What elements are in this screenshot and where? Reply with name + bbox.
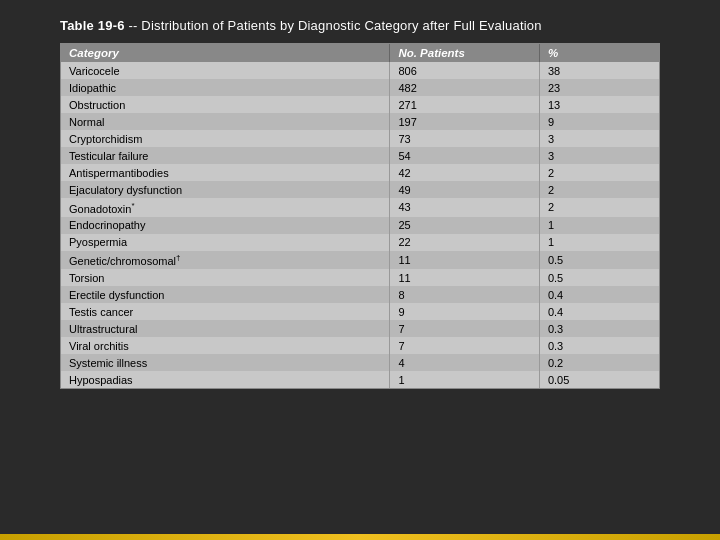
table-row: Genetic/chromosomal†110.5 [61, 251, 659, 270]
table-row: Antispermantibodies422 [61, 164, 659, 181]
cell-percent: 0.3 [539, 337, 659, 354]
cell-category: Ejaculatory dysfunction [61, 181, 390, 198]
table-row: Viral orchitis70.3 [61, 337, 659, 354]
cell-category: Systemic illness [61, 354, 390, 371]
cell-category: Varicocele [61, 62, 390, 79]
cell-percent: 2 [539, 198, 659, 217]
cell-category: Endocrinopathy [61, 217, 390, 234]
cell-percent: 0.4 [539, 286, 659, 303]
cell-percent: 1 [539, 234, 659, 251]
gold-bar [0, 534, 720, 540]
data-table: Category No. Patients % Varicocele80638I… [61, 44, 659, 388]
table-title: Table 19-6 -- Distribution of Patients b… [0, 0, 720, 43]
table-row: Varicocele80638 [61, 62, 659, 79]
cell-percent: 23 [539, 79, 659, 96]
cell-patients: 22 [390, 234, 540, 251]
cell-category: Testis cancer [61, 303, 390, 320]
cell-percent: 3 [539, 147, 659, 164]
cell-percent: 1 [539, 217, 659, 234]
table-row: Hypospadias10.05 [61, 371, 659, 388]
table-row: Testicular failure543 [61, 147, 659, 164]
cell-patients: 9 [390, 303, 540, 320]
cell-patients: 7 [390, 320, 540, 337]
cell-patients: 806 [390, 62, 540, 79]
cell-patients: 8 [390, 286, 540, 303]
cell-patients: 25 [390, 217, 540, 234]
header-patients: No. Patients [390, 44, 540, 62]
cell-patients: 1 [390, 371, 540, 388]
cell-category: Normal [61, 113, 390, 130]
cell-patients: 4 [390, 354, 540, 371]
cell-percent: 0.05 [539, 371, 659, 388]
cell-category: Testicular failure [61, 147, 390, 164]
header-percent: % [539, 44, 659, 62]
cell-percent: 9 [539, 113, 659, 130]
cell-category: Viral orchitis [61, 337, 390, 354]
header-category: Category [61, 44, 390, 62]
table-number: Table 19-6 [60, 18, 125, 33]
cell-percent: 0.2 [539, 354, 659, 371]
cell-category: Antispermantibodies [61, 164, 390, 181]
cell-category: Gonadotoxin* [61, 198, 390, 217]
cell-patients: 7 [390, 337, 540, 354]
cell-percent: 38 [539, 62, 659, 79]
cell-patients: 73 [390, 130, 540, 147]
cell-percent: 2 [539, 164, 659, 181]
cell-percent: 2 [539, 181, 659, 198]
cell-category: Hypospadias [61, 371, 390, 388]
cell-patients: 11 [390, 269, 540, 286]
cell-patients: 11 [390, 251, 540, 270]
cell-patients: 43 [390, 198, 540, 217]
cell-patients: 197 [390, 113, 540, 130]
cell-category: Torsion [61, 269, 390, 286]
cell-category: Idiopathic [61, 79, 390, 96]
cell-patients: 271 [390, 96, 540, 113]
cell-category: Genetic/chromosomal† [61, 251, 390, 270]
cell-category: Pyospermia [61, 234, 390, 251]
page: Table 19-6 -- Distribution of Patients b… [0, 0, 720, 540]
cell-category: Obstruction [61, 96, 390, 113]
cell-percent: 3 [539, 130, 659, 147]
cell-patients: 482 [390, 79, 540, 96]
table-row: Normal1979 [61, 113, 659, 130]
table-row: Gonadotoxin*432 [61, 198, 659, 217]
table-description: -- Distribution of Patients by Diagnosti… [128, 18, 541, 33]
cell-category: Cryptorchidism [61, 130, 390, 147]
cell-patients: 54 [390, 147, 540, 164]
cell-percent: 0.3 [539, 320, 659, 337]
table-row: Ultrastructural70.3 [61, 320, 659, 337]
cell-patients: 42 [390, 164, 540, 181]
table-row: Pyospermia221 [61, 234, 659, 251]
cell-percent: 0.5 [539, 251, 659, 270]
cell-percent: 0.4 [539, 303, 659, 320]
table-header-row: Category No. Patients % [61, 44, 659, 62]
cell-percent: 0.5 [539, 269, 659, 286]
table-row: Obstruction27113 [61, 96, 659, 113]
table-row: Testis cancer90.4 [61, 303, 659, 320]
cell-percent: 13 [539, 96, 659, 113]
table-row: Torsion110.5 [61, 269, 659, 286]
table-row: Systemic illness40.2 [61, 354, 659, 371]
cell-category: Ultrastructural [61, 320, 390, 337]
table-row: Cryptorchidism733 [61, 130, 659, 147]
data-table-container: Category No. Patients % Varicocele80638I… [60, 43, 660, 389]
cell-patients: 49 [390, 181, 540, 198]
table-row: Endocrinopathy251 [61, 217, 659, 234]
table-row: Idiopathic48223 [61, 79, 659, 96]
table-row: Ejaculatory dysfunction492 [61, 181, 659, 198]
table-row: Erectile dysfunction80.4 [61, 286, 659, 303]
cell-category: Erectile dysfunction [61, 286, 390, 303]
